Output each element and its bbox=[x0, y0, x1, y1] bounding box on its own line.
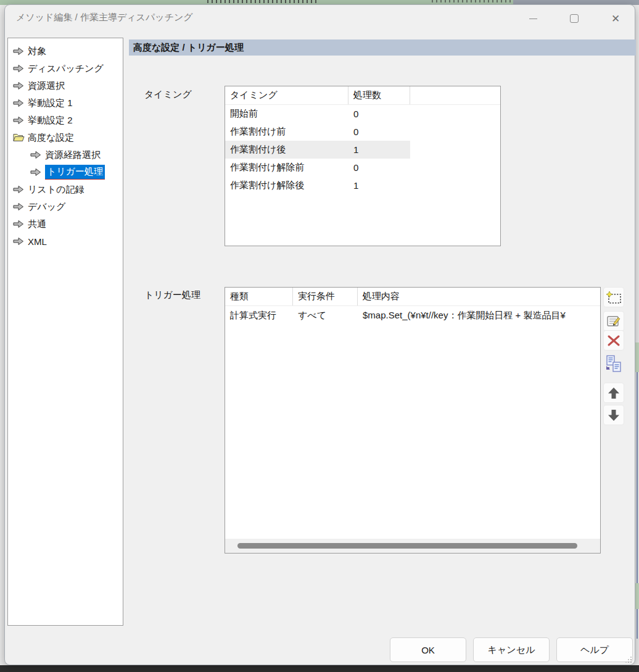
count-cell: 0 bbox=[348, 162, 410, 173]
new-item-icon bbox=[606, 291, 622, 304]
background-window-bottom bbox=[0, 665, 639, 672]
column-header-condition[interactable]: 実行条件 bbox=[293, 288, 358, 305]
background-window-edge bbox=[635, 342, 639, 372]
table-row[interactable]: 作業割付け前 0 bbox=[225, 123, 500, 141]
scrollbar-thumb[interactable] bbox=[237, 543, 577, 549]
tree-item-label: XML bbox=[28, 236, 47, 247]
arrow-right-icon bbox=[12, 81, 25, 90]
tree-item-label: 資源選択 bbox=[28, 80, 65, 92]
move-up-button[interactable] bbox=[603, 383, 624, 403]
column-header-type[interactable]: 種類 bbox=[225, 288, 293, 305]
timing-section-label: タイミング bbox=[144, 89, 192, 101]
timing-cell: 開始前 bbox=[225, 108, 348, 120]
move-up-icon bbox=[608, 387, 620, 399]
arrow-right-icon bbox=[12, 237, 25, 246]
tree-item-target[interactable]: 対象 bbox=[8, 43, 123, 60]
column-header-count[interactable]: 処理数 bbox=[348, 86, 410, 104]
tree-item-label: 挙動設定 2 bbox=[28, 115, 73, 127]
tree-item-label: ディスパッチング bbox=[28, 63, 104, 75]
maximize-icon bbox=[570, 14, 579, 23]
table-row[interactable]: 計算式実行 すべて $map.Set_(¥n¥t//key：作業開始日程 + 製… bbox=[225, 306, 600, 325]
window-controls: ✕ bbox=[506, 9, 630, 28]
tree-item-label: 共通 bbox=[28, 218, 46, 230]
content-cell: $map.Set_(¥n¥t//key：作業開始日程 + 製造品目¥ bbox=[358, 310, 600, 321]
tree-item-resource-route-selection[interactable]: 資源経路選択 bbox=[8, 146, 123, 164]
tree-item-behavior-1[interactable]: 挙動設定 1 bbox=[8, 94, 123, 112]
count-cell: 1 bbox=[348, 144, 410, 155]
tree-item-label: トリガー処理 bbox=[45, 165, 105, 180]
timing-cell: 作業割付け解除後 bbox=[225, 180, 348, 191]
minimize-button[interactable] bbox=[519, 9, 547, 28]
arrow-right-icon bbox=[30, 151, 42, 159]
tree-item-behavior-2[interactable]: 挙動設定 2 bbox=[8, 112, 123, 129]
edit-item-button[interactable] bbox=[603, 311, 624, 331]
timing-table-header: タイミング 処理数 bbox=[225, 86, 500, 105]
page-title: 高度な設定 / トリガー処理 bbox=[129, 39, 636, 56]
arrow-right-icon bbox=[12, 64, 25, 73]
table-row[interactable]: 作業割付け解除後 1 bbox=[225, 176, 500, 194]
ok-button[interactable]: OK bbox=[390, 637, 466, 662]
timing-cell: 作業割付け後 bbox=[225, 144, 348, 156]
tree-item-label: 資源経路選択 bbox=[45, 149, 101, 161]
timing-table: タイミング 処理数 開始前 0 作業割付け前 0 作業割付け後 1 作業割付け解… bbox=[225, 86, 501, 246]
column-header-filler bbox=[410, 86, 500, 104]
move-down-icon bbox=[608, 409, 620, 421]
background-gantt-ticks bbox=[432, 0, 512, 2]
tree-item-xml[interactable]: XML bbox=[8, 233, 123, 250]
minimize-icon bbox=[529, 19, 537, 19]
help-button[interactable]: ヘルプ bbox=[556, 637, 633, 662]
background-window-edge bbox=[635, 583, 639, 609]
cancel-button[interactable]: キャンセル bbox=[473, 637, 550, 662]
column-header-content[interactable]: 処理内容 bbox=[358, 288, 600, 305]
arrow-right-icon bbox=[12, 47, 25, 56]
timing-cell: 作業割付け前 bbox=[225, 126, 348, 138]
resize-grip[interactable] bbox=[624, 655, 632, 663]
tree-item-label: リストの記録 bbox=[28, 184, 84, 196]
tree-item-dispatching[interactable]: ディスパッチング bbox=[8, 60, 123, 77]
arrow-right-icon bbox=[12, 99, 25, 107]
trigger-table: 種類 実行条件 処理内容 計算式実行 すべて $map.Set_(¥n¥t//k… bbox=[225, 287, 601, 554]
table-row[interactable]: 作業割付け解除前 0 bbox=[225, 159, 500, 176]
column-header-timing[interactable]: タイミング bbox=[225, 86, 348, 104]
timing-cell: 作業割付け解除前 bbox=[225, 162, 348, 173]
count-cell: 1 bbox=[348, 180, 410, 191]
copy-item-button[interactable] bbox=[603, 352, 624, 376]
count-cell: 0 bbox=[348, 109, 410, 119]
count-cell: 0 bbox=[348, 127, 410, 137]
tree-item-debug[interactable]: デバッグ bbox=[8, 198, 123, 215]
title-bar[interactable]: メソッド編集 / 作業主導ディスパッチング ✕ bbox=[5, 5, 635, 32]
tree-item-label: 高度な設定 bbox=[28, 132, 74, 144]
close-button[interactable]: ✕ bbox=[601, 9, 630, 28]
type-cell: 計算式実行 bbox=[225, 310, 293, 321]
dialog-title: メソッド編集 / 作業主導ディスパッチング bbox=[16, 12, 193, 23]
trigger-section-label: トリガー処理 bbox=[144, 289, 200, 301]
tree-item-label: 対象 bbox=[28, 46, 46, 57]
table-row-selected[interactable]: 作業割付け後 1 bbox=[225, 141, 410, 159]
method-edit-dialog: メソッド編集 / 作業主導ディスパッチング ✕ 対象 ディスパッチング 資源選択… bbox=[4, 4, 635, 665]
settings-nav-tree: 対象 ディスパッチング 資源選択 挙動設定 1 挙動設定 2 高度な設定 資源経… bbox=[7, 38, 123, 626]
move-down-button[interactable] bbox=[603, 405, 624, 425]
arrow-right-icon bbox=[12, 185, 25, 194]
tree-item-label: 挙動設定 1 bbox=[28, 97, 73, 109]
edit-item-icon bbox=[606, 315, 621, 328]
tree-item-common[interactable]: 共通 bbox=[8, 215, 123, 233]
background-gantt-ticks bbox=[207, 0, 318, 3]
open-folder-icon bbox=[12, 133, 25, 143]
arrow-right-icon bbox=[12, 202, 25, 211]
tree-item-resource-selection[interactable]: 資源選択 bbox=[8, 77, 123, 94]
arrow-right-icon bbox=[12, 116, 25, 125]
tree-item-label: デバッグ bbox=[28, 201, 65, 213]
tree-item-advanced-settings[interactable]: 高度な設定 bbox=[8, 129, 123, 146]
trigger-table-header: 種類 実行条件 処理内容 bbox=[225, 288, 600, 306]
copy-item-icon bbox=[605, 355, 622, 373]
delete-item-button[interactable] bbox=[603, 330, 624, 351]
maximize-button[interactable] bbox=[560, 9, 588, 28]
new-item-button[interactable] bbox=[603, 287, 624, 307]
condition-cell: すべて bbox=[293, 310, 358, 321]
delete-item-icon bbox=[607, 334, 620, 347]
table-row[interactable]: 開始前 0 bbox=[225, 105, 500, 123]
tree-item-trigger-processing[interactable]: トリガー処理 bbox=[8, 164, 123, 181]
horizontal-scrollbar[interactable] bbox=[225, 539, 600, 553]
tree-item-list-recording[interactable]: リストの記録 bbox=[8, 181, 123, 198]
arrow-right-icon bbox=[12, 220, 25, 228]
